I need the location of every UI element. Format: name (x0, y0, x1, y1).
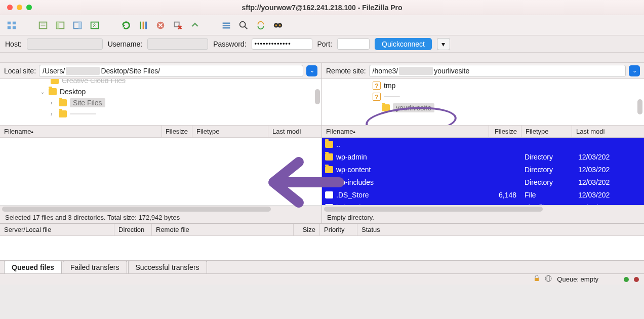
tree-label: Desktop (60, 88, 86, 96)
compare-button[interactable] (236, 18, 251, 32)
panels: Local site: /Users/ x Desktop/Site Files… (0, 63, 644, 224)
col-server[interactable]: Server/Local file (0, 224, 114, 235)
tree-item[interactable]: › (0, 108, 321, 119)
col-size[interactable]: Size (294, 224, 320, 235)
toolbar (0, 15, 644, 35)
queue-status: Queue: empty (557, 275, 598, 283)
col-filename[interactable]: Filename (0, 126, 162, 137)
tab-successful-transfers[interactable]: Successful transfers (128, 261, 207, 273)
file-row[interactable]: .DS_Store 6,148 File 12/03/202 (322, 188, 644, 201)
folder-icon (59, 110, 67, 117)
tree-item-yourlivesite[interactable]: yourlivesite (322, 102, 644, 113)
toggle-local-tree-button[interactable] (53, 18, 68, 32)
folder-icon (325, 141, 333, 148)
local-tree[interactable]: Creative Cloud Files ⌄Desktop ›Site File… (0, 79, 321, 126)
scrollbar-thumb[interactable] (2, 207, 271, 212)
remote-scrollbar[interactable] (322, 205, 644, 212)
remote-file-header: Filename Filesize Filetype Last modi (322, 126, 644, 138)
scrollbar-thumb[interactable] (637, 99, 642, 114)
process-queue-button[interactable] (136, 18, 151, 32)
file-row[interactable]: wp-includes Directory 12/03/202 (322, 176, 644, 188)
local-status: Selected 17 files and 3 directories. Tot… (0, 212, 321, 223)
toggle-log-button[interactable] (35, 18, 51, 32)
file-name: .. (336, 140, 488, 148)
col-remote[interactable]: Remote file (152, 224, 294, 235)
local-file-list[interactable] (0, 138, 321, 205)
close-window-icon[interactable] (7, 5, 13, 10)
col-filename[interactable]: Filename (322, 126, 489, 137)
queue-body[interactable] (0, 236, 644, 260)
tree-item-desktop[interactable]: ⌄Desktop (0, 86, 321, 97)
site-manager-button[interactable] (4, 18, 19, 32)
file-type: File (525, 191, 575, 199)
folder-icon (51, 79, 59, 84)
tab-failed-transfers[interactable]: Failed transfers (63, 261, 127, 273)
file-type: Directory (525, 153, 575, 161)
remote-path-prefix: /home3/ (373, 67, 398, 75)
col-status[interactable]: Status (357, 224, 644, 235)
port-input[interactable] (337, 38, 370, 50)
scrollbar-thumb[interactable] (324, 207, 543, 212)
col-priority[interactable]: Priority (320, 224, 357, 235)
remote-site-input[interactable]: /home3/ x yourlivesite (369, 65, 626, 77)
disconnect-button[interactable] (170, 18, 185, 32)
local-panel: Local site: /Users/ x Desktop/Site Files… (0, 63, 322, 223)
unknown-icon: ? (373, 93, 381, 101)
status-dot-icon (624, 277, 629, 282)
refresh-button[interactable] (118, 18, 134, 32)
password-label: Password: (213, 40, 246, 48)
file-row[interactable]: index.php 405 php-file 02/06/202 (322, 201, 644, 205)
filter-button[interactable] (219, 18, 234, 32)
col-modified[interactable]: Last modi (268, 126, 321, 137)
remote-file-list[interactable]: .. wp-admin Directory 12/03/202 wp-conte… (322, 138, 644, 205)
remote-site-dropdown[interactable]: ⌄ (629, 65, 640, 76)
folder-icon (325, 153, 333, 161)
sync-browse-button[interactable] (253, 18, 268, 32)
file-date: 12/03/202 (578, 166, 644, 174)
remote-tree[interactable]: ?tmp ? yourlivesite (322, 79, 644, 126)
file-date: 12/03/202 (578, 178, 644, 186)
col-filesize[interactable]: Filesize (162, 126, 192, 137)
col-filesize[interactable]: Filesize (489, 126, 521, 137)
local-site-input[interactable]: /Users/ x Desktop/Site Files/ (39, 65, 303, 77)
username-input[interactable] (147, 38, 208, 50)
svg-point-28 (275, 24, 277, 26)
quickconnect-button[interactable]: Quickconnect (375, 38, 432, 50)
tab-queued-files[interactable]: Queued files (4, 261, 62, 273)
quickconnect-history-button[interactable]: ▾ (437, 38, 450, 50)
tree-item-sitefiles[interactable]: ›Site Files (0, 97, 321, 108)
remote-status: Empty directory. (322, 212, 644, 223)
zoom-window-icon[interactable] (26, 5, 32, 10)
tree-item[interactable]: Creative Cloud Files (0, 79, 321, 86)
cancel-button[interactable] (153, 18, 168, 32)
search-button[interactable] (270, 18, 286, 32)
local-site-label: Local site: (4, 67, 36, 75)
unknown-icon: ? (373, 82, 381, 90)
chevron-right-icon: › (51, 100, 56, 106)
col-filetype[interactable]: Filetype (192, 126, 268, 137)
col-modified[interactable]: Last modi (572, 126, 644, 137)
chevron-down-icon: ⌄ (632, 67, 637, 74)
scrollbar-thumb[interactable] (315, 89, 320, 104)
tree-item[interactable]: ? (322, 91, 644, 102)
local-scrollbar[interactable] (0, 205, 321, 212)
tree-item-tmp[interactable]: ?tmp (322, 80, 644, 91)
host-input[interactable] (27, 38, 103, 50)
minimize-window-icon[interactable] (17, 5, 22, 10)
col-direction[interactable]: Direction (114, 224, 152, 235)
file-row[interactable]: wp-content Directory 12/03/202 (322, 163, 644, 176)
status-dot-icon (634, 277, 639, 282)
file-row[interactable]: .. (322, 138, 644, 150)
reconnect-button[interactable] (187, 18, 203, 32)
remote-site-row: Remote site: /home3/ x yourlivesite ⌄ (322, 63, 644, 79)
file-name: wp-admin (336, 153, 488, 161)
chevron-down-icon: ⌄ (310, 67, 314, 74)
password-input[interactable] (252, 38, 312, 50)
file-row[interactable]: wp-admin Directory 12/03/202 (322, 150, 644, 163)
toggle-queue-button[interactable] (87, 18, 102, 32)
port-label: Port: (317, 40, 333, 48)
col-filetype[interactable]: Filetype (521, 126, 572, 137)
local-site-dropdown[interactable]: ⌄ (306, 65, 317, 76)
file-name: wp-includes (336, 178, 488, 186)
toggle-remote-tree-button[interactable] (70, 18, 85, 32)
